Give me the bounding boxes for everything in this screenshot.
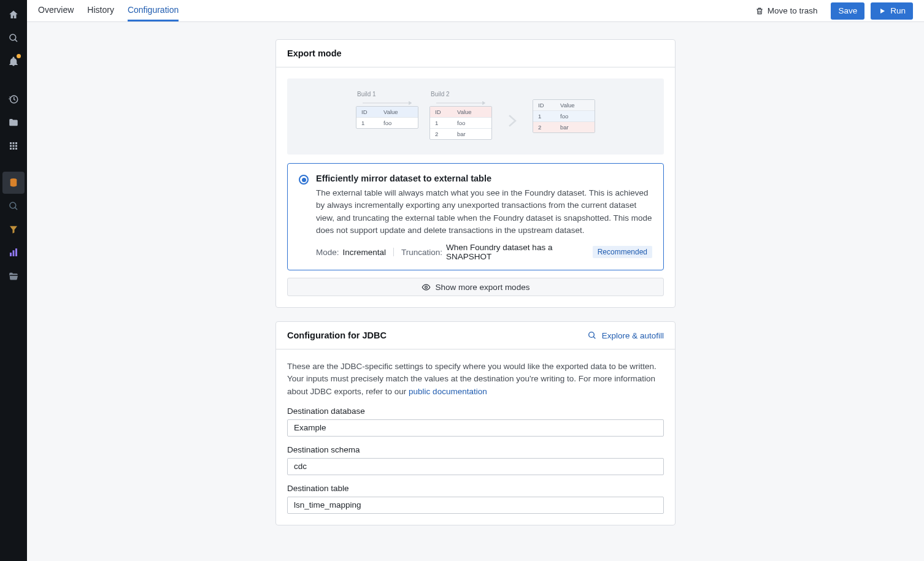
trash-icon — [755, 7, 764, 15]
trash-button-label: Move to trash — [768, 6, 818, 15]
notification-badge — [17, 54, 21, 58]
search-icon — [587, 330, 597, 340]
svg-point-20 — [425, 286, 427, 288]
export-mode-title: Export mode — [287, 48, 342, 58]
destination-db-input[interactable] — [287, 419, 664, 437]
destination-schema-input[interactable] — [287, 458, 664, 475]
jdbc-title: Configuration for JDBC — [287, 330, 387, 340]
radio-selected-icon — [299, 175, 309, 185]
jdbc-help-text: These are the JDBC-specific settings to … — [287, 361, 664, 398]
save-button[interactable]: Save — [831, 2, 864, 20]
jdbc-config-card: Configuration for JDBC Explore & autofil… — [275, 321, 676, 525]
arrow-right-icon — [436, 100, 485, 106]
svg-line-1 — [15, 39, 17, 42]
option-description: The external table will always match wha… — [316, 187, 652, 237]
run-button-label: Run — [890, 6, 906, 15]
svg-rect-8 — [15, 145, 17, 147]
topbar: Overview History Configuration Move to t… — [27, 0, 924, 22]
home-icon[interactable] — [2, 4, 25, 26]
show-more-label: Show more export modes — [436, 283, 530, 292]
svg-line-22 — [593, 337, 595, 338]
app-rail — [0, 0, 27, 561]
eye-icon — [422, 283, 431, 292]
option-mode-value: Incremental — [343, 248, 387, 257]
play-icon — [878, 7, 887, 15]
svg-rect-9 — [10, 148, 12, 150]
svg-rect-6 — [10, 145, 12, 147]
export-mode-diagram: Build 1 IDValue 1foo Build 2 — [287, 78, 664, 155]
diagram-table-build2: IDValue 1foo 2bar — [429, 106, 492, 140]
notifications-icon[interactable] — [2, 50, 25, 72]
open-folder-icon[interactable] — [2, 265, 25, 287]
show-more-modes-button[interactable]: Show more export modes — [287, 278, 664, 296]
diagram-build2-label: Build 2 — [429, 91, 450, 97]
chart-icon[interactable] — [2, 242, 25, 264]
export-mode-card: Export mode Build 1 IDValue — [275, 39, 676, 308]
svg-point-0 — [10, 34, 16, 40]
filter-icon[interactable] — [2, 218, 25, 240]
explore-data-icon[interactable] — [2, 195, 25, 217]
svg-rect-11 — [15, 148, 17, 150]
svg-point-13 — [10, 202, 16, 208]
apps-grid-icon[interactable] — [2, 135, 25, 157]
svg-point-21 — [588, 332, 594, 338]
history-icon[interactable] — [2, 88, 25, 110]
public-docs-link[interactable]: public documentation — [409, 387, 487, 396]
svg-rect-10 — [13, 148, 15, 150]
explore-autofill-label: Explore & autofill — [602, 331, 664, 340]
option-truncation-value: When Foundry dataset has a SNAPSHOT — [446, 243, 585, 261]
destination-schema-label: Destination schema — [287, 445, 664, 454]
svg-rect-5 — [15, 142, 17, 144]
save-button-label: Save — [838, 6, 857, 15]
svg-line-14 — [15, 207, 17, 210]
svg-rect-7 — [13, 145, 15, 147]
option-truncation-label: Truncation: — [401, 248, 442, 257]
database-icon[interactable] — [2, 172, 25, 194]
diagram-table-result: IDValue 1foo 2bar — [533, 99, 595, 133]
svg-rect-17 — [15, 248, 17, 256]
arrow-right-icon — [363, 100, 412, 106]
svg-rect-4 — [13, 142, 15, 144]
destination-db-label: Destination database — [287, 406, 664, 416]
run-button[interactable]: Run — [871, 2, 913, 20]
search-icon[interactable] — [2, 27, 25, 49]
move-to-trash-button[interactable]: Move to trash — [748, 2, 825, 20]
tab-history[interactable]: History — [87, 0, 114, 21]
destination-table-input[interactable] — [287, 497, 664, 514]
diagram-table-build1: IDValue 1foo — [356, 106, 418, 129]
svg-rect-16 — [13, 250, 15, 256]
explore-autofill-button[interactable]: Explore & autofill — [587, 330, 664, 340]
svg-rect-15 — [10, 253, 12, 256]
option-title: Efficiently mirror dataset to external t… — [316, 174, 652, 183]
option-mode-label: Mode: — [316, 248, 339, 257]
svg-rect-3 — [10, 142, 12, 144]
destination-table-label: Destination table — [287, 484, 664, 493]
arrow-right-icon — [503, 99, 522, 132]
recommended-badge: Recommended — [593, 246, 652, 258]
tab-overview[interactable]: Overview — [38, 0, 74, 21]
diagram-build1-label: Build 1 — [356, 91, 376, 97]
folder-icon[interactable] — [2, 112, 25, 134]
tab-configuration[interactable]: Configuration — [128, 0, 179, 21]
export-mode-option[interactable]: Efficiently mirror dataset to external t… — [287, 163, 664, 270]
